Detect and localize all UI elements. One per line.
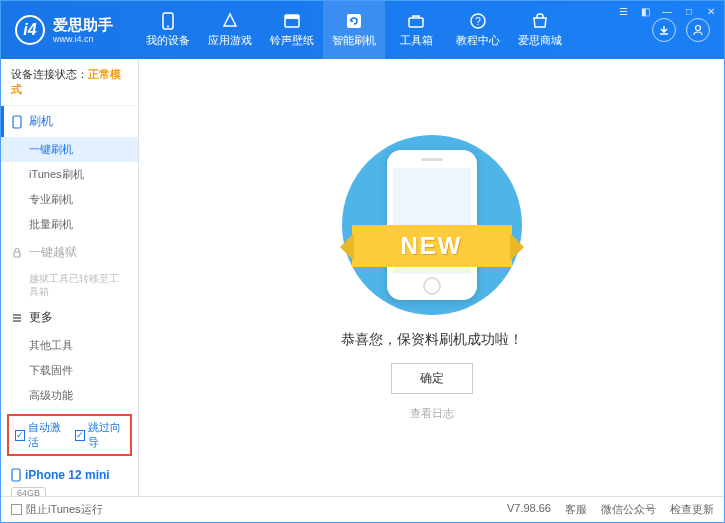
svg-rect-11: [12, 469, 20, 481]
sidebar-jailbreak-header[interactable]: 一键越狱: [1, 237, 138, 268]
sidebar-item-pro[interactable]: 专业刷机: [1, 187, 138, 212]
app-window: ☰ ◧ — □ ✕ i4 爱思助手 www.i4.cn 我的设备 应用游戏: [0, 0, 725, 523]
logo-icon: i4: [15, 15, 45, 45]
sidebar-item-advanced[interactable]: 高级功能: [1, 383, 138, 408]
connection-status: 设备连接状态：正常模式: [1, 59, 138, 106]
phone-small-icon: [11, 115, 23, 129]
apps-icon: [221, 12, 239, 30]
sidebar-more-header[interactable]: 更多: [1, 302, 138, 333]
device-capacity: 64GB: [11, 487, 46, 496]
app-url: www.i4.cn: [53, 34, 113, 45]
nav-label: 爱思商城: [518, 33, 562, 48]
footer: 阻止iTunes运行 V7.98.66 客服 微信公众号 检查更新: [1, 496, 724, 522]
view-log-link[interactable]: 查看日志: [410, 406, 454, 421]
user-button[interactable]: [686, 18, 710, 42]
toolbox-icon: [407, 12, 425, 30]
nav-label: 工具箱: [400, 33, 433, 48]
checkbox-highlight: ✓ 自动激活 ✓ 跳过向导: [7, 414, 132, 456]
svg-rect-3: [285, 15, 299, 19]
help-icon: ?: [469, 12, 487, 30]
nav-toolbox[interactable]: 工具箱: [385, 1, 447, 59]
sidebar-section-label: 一键越狱: [29, 244, 77, 261]
nav-label: 应用游戏: [208, 33, 252, 48]
sidebar: 设备连接状态：正常模式 刷机 一键刷机 iTunes刷机 专业刷机 批量刷机 一…: [1, 59, 139, 496]
close-icon[interactable]: ✕: [704, 4, 718, 18]
nav-label: 智能刷机: [332, 33, 376, 48]
skin-icon[interactable]: ◧: [638, 4, 652, 18]
nav-flash[interactable]: 智能刷机: [323, 1, 385, 59]
sidebar-item-other[interactable]: 其他工具: [1, 333, 138, 358]
menu-lines-icon: [11, 312, 23, 324]
wechat-link[interactable]: 微信公众号: [601, 502, 656, 517]
update-link[interactable]: 检查更新: [670, 502, 714, 517]
app-name: 爱思助手: [53, 16, 113, 34]
success-illustration: NEW: [322, 135, 542, 315]
refresh-icon: [345, 12, 363, 30]
new-banner: NEW: [352, 225, 512, 267]
nav-label: 我的设备: [146, 33, 190, 48]
nav-tutorials[interactable]: ? 教程中心: [447, 1, 509, 59]
sidebar-item-oneclick[interactable]: 一键刷机: [1, 137, 138, 162]
svg-rect-10: [14, 252, 20, 257]
svg-text:?: ?: [475, 16, 481, 27]
svg-rect-5: [409, 18, 423, 27]
block-itunes-checkbox[interactable]: [11, 504, 22, 515]
svg-rect-4: [347, 14, 361, 28]
nav-apps[interactable]: 应用游戏: [199, 1, 261, 59]
version-label: V7.98.66: [507, 502, 551, 517]
nav-store[interactable]: 爱思商城: [509, 1, 571, 59]
ok-button[interactable]: 确定: [391, 363, 473, 394]
device-name: iPhone 12 mini: [25, 468, 110, 482]
svg-point-8: [696, 26, 701, 31]
device-icon: [11, 468, 21, 482]
nav-label: 教程中心: [456, 33, 500, 48]
auto-activate-checkbox[interactable]: ✓ 自动激活: [15, 420, 65, 450]
store-icon: [531, 12, 549, 30]
menu-icon[interactable]: ☰: [616, 4, 630, 18]
checkbox-label: 自动激活: [28, 420, 65, 450]
sidebar-flash-header[interactable]: 刷机: [1, 106, 138, 137]
title-controls: ☰ ◧ — □ ✕: [616, 4, 718, 18]
sidebar-item-download[interactable]: 下载固件: [1, 358, 138, 383]
jailbreak-note: 越狱工具已转移至工具箱: [1, 268, 138, 302]
nav-wallpaper[interactable]: 铃声壁纸: [261, 1, 323, 59]
maximize-icon[interactable]: □: [682, 4, 696, 18]
lock-icon: [11, 247, 23, 259]
top-nav: 我的设备 应用游戏 铃声壁纸 智能刷机 工具箱 ? 教程中心: [137, 1, 652, 59]
phone-icon: [159, 12, 177, 30]
checkbox-label: 跳过向导: [88, 420, 125, 450]
sidebar-item-itunes[interactable]: iTunes刷机: [1, 162, 138, 187]
skip-wizard-checkbox[interactable]: ✓ 跳过向导: [75, 420, 125, 450]
wallpaper-icon: [283, 12, 301, 30]
nav-my-device[interactable]: 我的设备: [137, 1, 199, 59]
sidebar-section-label: 更多: [29, 309, 53, 326]
sidebar-item-batch[interactable]: 批量刷机: [1, 212, 138, 237]
check-icon: ✓: [15, 430, 25, 441]
svg-rect-9: [13, 116, 21, 128]
check-icon: ✓: [75, 430, 85, 441]
header: ☰ ◧ — □ ✕ i4 爱思助手 www.i4.cn 我的设备 应用游戏: [1, 1, 724, 59]
main-content: NEW 恭喜您，保资料刷机成功啦！ 确定 查看日志: [139, 59, 724, 496]
svg-point-1: [167, 26, 169, 28]
logo: i4 爱思助手 www.i4.cn: [1, 15, 127, 45]
success-message: 恭喜您，保资料刷机成功啦！: [341, 331, 523, 349]
block-itunes-label: 阻止iTunes运行: [26, 502, 103, 517]
support-link[interactable]: 客服: [565, 502, 587, 517]
minimize-icon[interactable]: —: [660, 4, 674, 18]
sidebar-section-label: 刷机: [29, 113, 53, 130]
device-info[interactable]: iPhone 12 mini 64GB Down-12mini-13,1: [1, 462, 138, 496]
nav-label: 铃声壁纸: [270, 33, 314, 48]
download-button[interactable]: [652, 18, 676, 42]
